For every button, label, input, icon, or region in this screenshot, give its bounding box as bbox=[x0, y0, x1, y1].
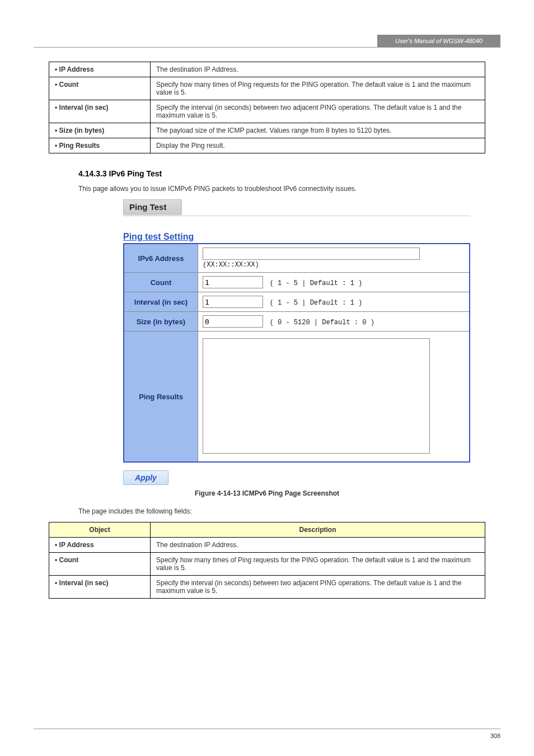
param-label: • Interval (in sec) bbox=[49, 576, 151, 599]
param-table-bottom: Object Description • IP Address The dest… bbox=[49, 522, 485, 599]
table-row: • IP Address The destination IP Address. bbox=[49, 62, 485, 77]
param-desc: Specify how many times of Ping requests … bbox=[151, 553, 485, 576]
param-label: • Interval (in sec) bbox=[49, 100, 151, 123]
label-interval: Interval (in sec) bbox=[124, 292, 198, 312]
footer-page-number: 308 bbox=[490, 732, 500, 739]
panel-title: Ping test Setting bbox=[123, 232, 470, 242]
row-ipv6: IPv6 Address (XX:XX::XX:XX) bbox=[124, 244, 470, 273]
label-count: Count bbox=[124, 273, 198, 292]
figure-ping-test: Ping Test Ping test Setting IPv6 Address… bbox=[123, 199, 470, 485]
row-interval: Interval (in sec) ( 1 - 5 | Default : 1 … bbox=[124, 292, 470, 312]
param-desc: The destination IP Address. bbox=[151, 538, 485, 553]
label-ipv6: IPv6 Address bbox=[124, 244, 198, 273]
header-description: Description bbox=[151, 522, 485, 538]
param-label: • Count bbox=[49, 553, 151, 576]
footer-rule bbox=[34, 729, 500, 729]
label-results: Ping Results bbox=[124, 332, 198, 463]
ping-form-table: IPv6 Address (XX:XX::XX:XX) Count ( 1 - … bbox=[123, 243, 470, 463]
table-row: • Interval (in sec) Specify the interval… bbox=[49, 100, 485, 123]
header-rule bbox=[34, 47, 500, 48]
param-label: • Count bbox=[49, 77, 151, 100]
param-desc: The payload size of the ICMP packet. Val… bbox=[151, 123, 485, 138]
param-desc: Specify how many times of Ping requests … bbox=[151, 77, 485, 100]
row-results: Ping Results bbox=[124, 332, 470, 463]
results-textarea[interactable] bbox=[203, 338, 430, 454]
param-label: • IP Address bbox=[49, 538, 151, 553]
param-label: • IP Address bbox=[49, 62, 151, 77]
breadcrumb-ping-test: Ping Test bbox=[123, 199, 181, 214]
row-count: Count ( 1 - 5 | Default : 1 ) bbox=[124, 273, 470, 292]
param-desc: The destination IP Address. bbox=[151, 62, 485, 77]
table-row: • Interval (in sec) Specify the interval… bbox=[49, 576, 485, 599]
figure-caption: Figure 4-14-13 ICMPv6 Ping Page Screensh… bbox=[34, 489, 500, 497]
table-row: • Size (in bytes) The payload size of th… bbox=[49, 123, 485, 138]
section-heading: 4.14.3.3 IPv6 Ping Test bbox=[78, 169, 500, 178]
desc-line: The page includes the following fields: bbox=[78, 507, 500, 515]
table-row: • IP Address The destination IP Address. bbox=[49, 538, 485, 553]
param-table-top: • IP Address The destination IP Address.… bbox=[49, 62, 485, 153]
interval-hint: ( 1 - 5 | Default : 1 ) bbox=[270, 299, 363, 307]
count-input[interactable] bbox=[203, 276, 263, 288]
ipv6-input[interactable] bbox=[203, 248, 420, 260]
table-row: • Count Specify how many times of Ping r… bbox=[49, 553, 485, 576]
table-row: • Count Specify how many times of Ping r… bbox=[49, 77, 485, 100]
table-row: • Ping Results Display the Ping result. bbox=[49, 138, 485, 153]
row-size: Size (in bytes) ( 0 - 5120 | Default : 0… bbox=[124, 312, 470, 332]
header-manual-title: User's Manual of WGSW-48040 bbox=[377, 35, 500, 47]
param-desc: Specify the interval (in seconds) betwee… bbox=[151, 576, 485, 599]
param-desc: Specify the interval (in seconds) betwee… bbox=[151, 100, 485, 123]
param-desc: Display the Ping result. bbox=[151, 138, 485, 153]
size-hint: ( 0 - 5120 | Default : 0 ) bbox=[270, 319, 374, 326]
param-label: • Ping Results bbox=[49, 138, 151, 153]
interval-input[interactable] bbox=[203, 296, 263, 308]
intro-text: This page allows you to issue ICMPv6 PIN… bbox=[78, 185, 500, 193]
header-object: Object bbox=[49, 522, 151, 538]
size-input[interactable] bbox=[203, 315, 263, 328]
param-label: • Size (in bytes) bbox=[49, 123, 151, 138]
label-size: Size (in bytes) bbox=[124, 312, 198, 332]
count-hint: ( 1 - 5 | Default : 1 ) bbox=[270, 279, 363, 287]
apply-button[interactable]: Apply bbox=[123, 470, 168, 485]
ipv6-hint: (XX:XX::XX:XX) bbox=[203, 261, 259, 269]
